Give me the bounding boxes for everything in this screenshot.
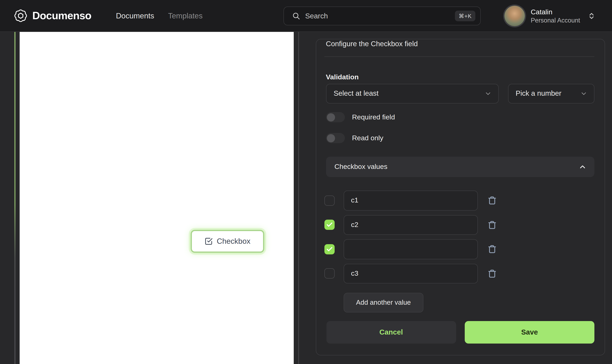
nav-templates[interactable]: Templates <box>168 11 203 20</box>
user-account-type: Personal Account <box>531 16 580 24</box>
documenso-app: Documenso Documents Templates ⌘+K Catali… <box>0 0 612 364</box>
checkbox-values-label: Checkbox values <box>334 163 578 171</box>
search-icon <box>292 12 300 20</box>
required-field-label: Required field <box>352 113 395 121</box>
documenso-logo-icon <box>14 9 27 22</box>
checkbox-field-on-page[interactable]: Checkbox <box>191 230 264 253</box>
trash-icon <box>487 244 496 254</box>
chevron-down-icon <box>580 90 587 97</box>
read-only-label: Read only <box>352 134 383 142</box>
chevron-down-icon <box>484 90 492 97</box>
checkbox-values-header[interactable]: Checkbox values <box>326 157 594 177</box>
save-button[interactable]: Save <box>465 321 595 343</box>
user-info: Catalin Personal Account <box>531 8 580 24</box>
user-menu[interactable]: Catalin Personal Account <box>505 6 596 26</box>
value-input[interactable] <box>344 215 478 235</box>
brand-name: Documenso <box>32 9 91 22</box>
delete-value-button[interactable] <box>487 268 497 279</box>
search-input[interactable] <box>305 12 455 20</box>
validation-rule-value: Select at least <box>334 89 484 98</box>
document-page[interactable] <box>20 32 294 364</box>
validation-rule-select[interactable]: Select at least <box>326 84 498 103</box>
brand[interactable]: Documenso <box>14 9 91 22</box>
required-field-toggle[interactable] <box>326 112 345 122</box>
trash-icon <box>487 220 496 230</box>
check-icon <box>326 246 333 253</box>
value-checkbox[interactable] <box>324 220 334 230</box>
checkbox-value-row <box>324 191 594 210</box>
avatar[interactable] <box>505 6 525 26</box>
divider <box>324 56 594 57</box>
read-only-toggle[interactable] <box>326 133 345 143</box>
value-checkbox[interactable] <box>324 269 334 279</box>
nav-documents[interactable]: Documents <box>116 11 154 20</box>
search-shortcut-badge: ⌘+K <box>455 11 475 21</box>
value-input[interactable] <box>344 239 478 259</box>
field-config-panel: Configure the Checkbox field Validation … <box>316 39 605 355</box>
main-nav: Documents Templates <box>116 11 203 20</box>
add-another-value-button[interactable]: Add another value <box>344 293 423 312</box>
trash-icon <box>487 196 496 206</box>
required-field-row: Required field <box>326 112 395 122</box>
recipient-accent-line <box>14 32 15 364</box>
value-input[interactable] <box>344 264 478 284</box>
cancel-button[interactable]: Cancel <box>326 321 456 343</box>
validation-label: Validation <box>326 73 359 81</box>
value-checkbox[interactable] <box>324 195 334 206</box>
value-input[interactable] <box>344 191 478 210</box>
trash-icon <box>487 269 496 279</box>
delete-value-button[interactable] <box>487 220 497 230</box>
value-checkbox[interactable] <box>324 244 334 254</box>
validation-controls: Select at least Pick a number <box>326 84 594 103</box>
editor-main: Checkbox Configure the Checkbox field Va… <box>0 32 612 364</box>
delete-value-button[interactable] <box>487 244 497 255</box>
top-navbar: Documenso Documents Templates ⌘+K Catali… <box>0 0 612 32</box>
panel-footer: Cancel Save <box>326 321 594 343</box>
check-icon <box>326 221 333 228</box>
global-search[interactable]: ⌘+K <box>284 7 481 25</box>
validation-number-select[interactable]: Pick a number <box>508 84 594 103</box>
viewer-divider <box>298 32 299 364</box>
chevron-up-icon <box>578 163 587 171</box>
delete-value-button[interactable] <box>487 195 497 206</box>
toggle-thumb <box>327 134 335 142</box>
checkbox-check-icon <box>205 237 213 245</box>
checkbox-value-row <box>324 264 594 284</box>
checkbox-value-row <box>324 215 594 235</box>
panel-title: Configure the Checkbox field <box>326 40 595 48</box>
chevrons-up-down-icon <box>587 12 596 20</box>
checkbox-value-row <box>324 239 594 259</box>
user-name: Catalin <box>531 8 580 16</box>
validation-number-value: Pick a number <box>516 89 580 98</box>
toggle-thumb <box>327 113 335 121</box>
read-only-row: Read only <box>326 133 383 143</box>
field-chip-label: Checkbox <box>217 237 251 246</box>
